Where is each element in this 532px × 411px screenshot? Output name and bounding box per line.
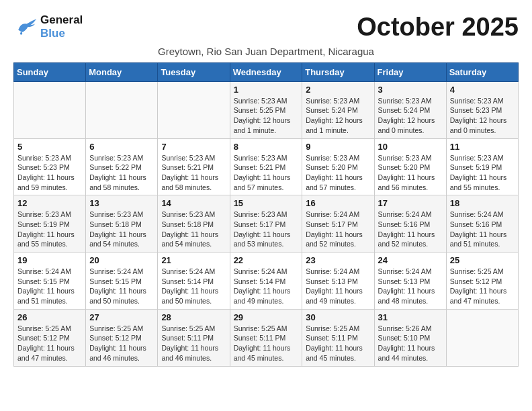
day-number: 6 — [89, 142, 154, 152]
day-number: 17 — [378, 198, 443, 208]
day-number: 7 — [161, 142, 226, 152]
calendar-day-9: 9Sunrise: 5:23 AM Sunset: 5:20 PM Daylig… — [302, 138, 374, 195]
day-info: Sunrise: 5:25 AM Sunset: 5:11 PM Dayligh… — [306, 324, 370, 363]
day-info: Sunrise: 5:24 AM Sunset: 5:15 PM Dayligh… — [89, 267, 154, 306]
calendar-week-row: 26Sunrise: 5:25 AM Sunset: 5:12 PM Dayli… — [14, 309, 519, 366]
day-number: 25 — [450, 255, 515, 265]
calendar-day-19: 19Sunrise: 5:24 AM Sunset: 5:15 PM Dayli… — [14, 253, 86, 310]
calendar-day-14: 14Sunrise: 5:23 AM Sunset: 5:18 PM Dayli… — [158, 195, 230, 253]
day-info: Sunrise: 5:23 AM Sunset: 5:20 PM Dayligh… — [378, 153, 443, 193]
calendar-day-21: 21Sunrise: 5:24 AM Sunset: 5:14 PM Dayli… — [158, 253, 230, 310]
day-info: Sunrise: 5:24 AM Sunset: 5:16 PM Dayligh… — [450, 210, 515, 249]
calendar-empty-cell — [86, 81, 158, 138]
calendar-day-13: 13Sunrise: 5:23 AM Sunset: 5:18 PM Dayli… — [86, 195, 158, 253]
weekday-header-thursday: Thursday — [302, 62, 374, 81]
calendar-day-30: 30Sunrise: 5:25 AM Sunset: 5:11 PM Dayli… — [302, 309, 374, 366]
title-section: October 2025 — [357, 13, 519, 42]
day-number: 15 — [234, 198, 299, 208]
day-number: 24 — [378, 255, 443, 265]
day-number: 2 — [306, 85, 370, 95]
calendar-day-16: 16Sunrise: 5:24 AM Sunset: 5:17 PM Dayli… — [302, 195, 374, 253]
day-info: Sunrise: 5:23 AM Sunset: 5:19 PM Dayligh… — [450, 153, 515, 193]
logo-text: General Blue — [40, 13, 83, 41]
weekday-header-tuesday: Tuesday — [158, 62, 230, 81]
calendar-day-18: 18Sunrise: 5:24 AM Sunset: 5:16 PM Dayli… — [446, 195, 518, 253]
calendar-day-24: 24Sunrise: 5:24 AM Sunset: 5:13 PM Dayli… — [374, 253, 446, 310]
day-number: 9 — [306, 142, 370, 152]
day-info: Sunrise: 5:23 AM Sunset: 5:24 PM Dayligh… — [378, 96, 443, 136]
calendar-day-25: 25Sunrise: 5:25 AM Sunset: 5:12 PM Dayli… — [446, 253, 518, 310]
day-number: 19 — [17, 255, 82, 265]
day-info: Sunrise: 5:23 AM Sunset: 5:25 PM Dayligh… — [234, 96, 299, 136]
day-number: 18 — [450, 198, 515, 208]
day-number: 31 — [378, 312, 443, 322]
calendar-day-28: 28Sunrise: 5:25 AM Sunset: 5:11 PM Dayli… — [158, 309, 230, 366]
calendar-day-29: 29Sunrise: 5:25 AM Sunset: 5:11 PM Dayli… — [230, 309, 302, 366]
day-info: Sunrise: 5:23 AM Sunset: 5:18 PM Dayligh… — [161, 210, 226, 249]
logo-icon — [13, 17, 38, 36]
day-number: 1 — [234, 85, 299, 95]
day-info: Sunrise: 5:23 AM Sunset: 5:17 PM Dayligh… — [234, 210, 299, 249]
month-title: October 2025 — [357, 13, 519, 42]
day-info: Sunrise: 5:25 AM Sunset: 5:11 PM Dayligh… — [234, 324, 299, 363]
day-info: Sunrise: 5:23 AM Sunset: 5:21 PM Dayligh… — [161, 153, 226, 193]
day-info: Sunrise: 5:24 AM Sunset: 5:16 PM Dayligh… — [378, 210, 443, 249]
calendar-day-31: 31Sunrise: 5:26 AM Sunset: 5:10 PM Dayli… — [374, 309, 446, 366]
weekday-header-monday: Monday — [86, 62, 158, 81]
calendar-day-26: 26Sunrise: 5:25 AM Sunset: 5:12 PM Dayli… — [14, 309, 86, 366]
day-info: Sunrise: 5:23 AM Sunset: 5:23 PM Dayligh… — [17, 153, 82, 193]
logo: General Blue — [13, 13, 83, 41]
calendar-day-4: 4Sunrise: 5:23 AM Sunset: 5:23 PM Daylig… — [446, 81, 518, 138]
day-number: 16 — [306, 198, 370, 208]
day-info: Sunrise: 5:25 AM Sunset: 5:12 PM Dayligh… — [17, 324, 82, 363]
day-number: 14 — [161, 198, 226, 208]
day-number: 8 — [234, 142, 299, 152]
calendar-week-row: 12Sunrise: 5:23 AM Sunset: 5:19 PM Dayli… — [14, 195, 519, 253]
calendar-day-2: 2Sunrise: 5:23 AM Sunset: 5:24 PM Daylig… — [302, 81, 374, 138]
day-number: 22 — [234, 255, 299, 265]
calendar-day-10: 10Sunrise: 5:23 AM Sunset: 5:20 PM Dayli… — [374, 138, 446, 195]
day-info: Sunrise: 5:23 AM Sunset: 5:20 PM Dayligh… — [306, 153, 370, 193]
calendar-day-12: 12Sunrise: 5:23 AM Sunset: 5:19 PM Dayli… — [14, 195, 86, 253]
day-number: 20 — [89, 255, 154, 265]
day-info: Sunrise: 5:24 AM Sunset: 5:14 PM Dayligh… — [234, 267, 299, 306]
page-header: General Blue October 2025 — [13, 13, 519, 42]
weekday-header-sunday: Sunday — [14, 62, 86, 81]
day-number: 4 — [450, 85, 515, 95]
day-number: 30 — [306, 312, 370, 322]
day-number: 21 — [161, 255, 226, 265]
day-number: 11 — [450, 142, 515, 152]
weekday-header-row: SundayMondayTuesdayWednesdayThursdayFrid… — [14, 62, 519, 81]
calendar-week-row: 5Sunrise: 5:23 AM Sunset: 5:23 PM Daylig… — [14, 138, 519, 195]
calendar-day-27: 27Sunrise: 5:25 AM Sunset: 5:12 PM Dayli… — [86, 309, 158, 366]
calendar-day-7: 7Sunrise: 5:23 AM Sunset: 5:21 PM Daylig… — [158, 138, 230, 195]
calendar-empty-cell — [14, 81, 86, 138]
location-subtitle: Greytown, Rio San Juan Department, Nicar… — [13, 46, 519, 57]
calendar-empty-cell — [158, 81, 230, 138]
day-number: 12 — [17, 198, 82, 208]
day-number: 27 — [89, 312, 154, 322]
day-info: Sunrise: 5:23 AM Sunset: 5:23 PM Dayligh… — [450, 96, 515, 136]
day-info: Sunrise: 5:26 AM Sunset: 5:10 PM Dayligh… — [378, 324, 443, 363]
weekday-header-saturday: Saturday — [446, 62, 518, 81]
calendar-week-row: 1Sunrise: 5:23 AM Sunset: 5:25 PM Daylig… — [14, 81, 519, 138]
day-number: 29 — [234, 312, 299, 322]
day-number: 26 — [17, 312, 82, 322]
calendar-day-15: 15Sunrise: 5:23 AM Sunset: 5:17 PM Dayli… — [230, 195, 302, 253]
day-number: 10 — [378, 142, 443, 152]
calendar-day-20: 20Sunrise: 5:24 AM Sunset: 5:15 PM Dayli… — [86, 253, 158, 310]
day-info: Sunrise: 5:25 AM Sunset: 5:12 PM Dayligh… — [450, 267, 515, 306]
calendar-day-23: 23Sunrise: 5:24 AM Sunset: 5:13 PM Dayli… — [302, 253, 374, 310]
day-number: 23 — [306, 255, 370, 265]
calendar-week-row: 19Sunrise: 5:24 AM Sunset: 5:15 PM Dayli… — [14, 253, 519, 310]
day-info: Sunrise: 5:24 AM Sunset: 5:15 PM Dayligh… — [17, 267, 82, 306]
day-info: Sunrise: 5:24 AM Sunset: 5:13 PM Dayligh… — [306, 267, 370, 306]
day-number: 5 — [17, 142, 82, 152]
day-info: Sunrise: 5:25 AM Sunset: 5:11 PM Dayligh… — [161, 324, 226, 363]
weekday-header-friday: Friday — [374, 62, 446, 81]
calendar-table: SundayMondayTuesdayWednesdayThursdayFrid… — [13, 62, 519, 367]
day-info: Sunrise: 5:23 AM Sunset: 5:21 PM Dayligh… — [234, 153, 299, 193]
day-info: Sunrise: 5:24 AM Sunset: 5:17 PM Dayligh… — [306, 210, 370, 249]
calendar-day-11: 11Sunrise: 5:23 AM Sunset: 5:19 PM Dayli… — [446, 138, 518, 195]
day-number: 3 — [378, 85, 443, 95]
